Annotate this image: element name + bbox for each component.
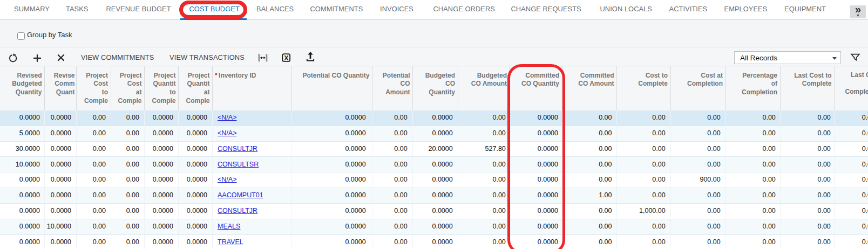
svg-text:X: X: [284, 54, 289, 62]
